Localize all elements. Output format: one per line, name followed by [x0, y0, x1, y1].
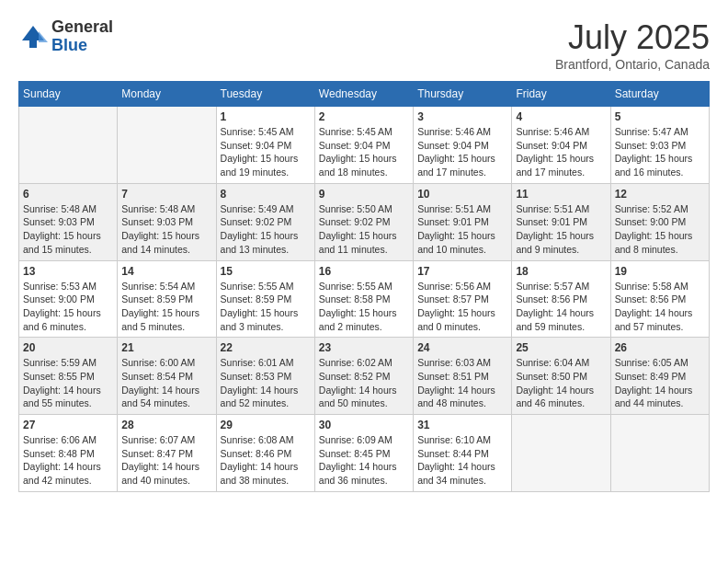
day-number: 3	[417, 110, 507, 123]
calendar-week-row: 20Sunrise: 5:59 AMSunset: 8:55 PMDayligh…	[19, 338, 710, 415]
day-info: Sunrise: 6:08 AMSunset: 8:46 PMDaylight:…	[221, 433, 311, 488]
calendar-table: SundayMondayTuesdayWednesdayThursdayFrid…	[18, 81, 710, 492]
calendar-cell: 16Sunrise: 5:55 AMSunset: 8:58 PMDayligh…	[314, 260, 413, 338]
day-number: 27	[23, 419, 113, 431]
day-info: Sunrise: 6:01 AMSunset: 8:53 PMDaylight:…	[221, 356, 311, 410]
day-number: 2	[319, 110, 409, 123]
column-header-thursday: Thursday	[414, 82, 512, 107]
column-header-saturday: Saturday	[610, 82, 709, 107]
calendar-cell: 3Sunrise: 5:46 AMSunset: 9:04 PMDaylight…	[414, 107, 512, 184]
day-info: Sunrise: 6:03 AMSunset: 8:51 PMDaylight:…	[417, 356, 507, 410]
calendar-cell: 1Sunrise: 5:45 AMSunset: 9:04 PMDaylight…	[216, 107, 314, 184]
calendar-cell: 21Sunrise: 6:00 AMSunset: 8:54 PMDayligh…	[118, 338, 216, 415]
calendar-cell: 17Sunrise: 5:56 AMSunset: 8:57 PMDayligh…	[414, 260, 512, 338]
calendar-cell: 30Sunrise: 6:09 AMSunset: 8:45 PMDayligh…	[314, 415, 413, 492]
column-header-sunday: Sunday	[19, 82, 118, 107]
calendar-cell: 9Sunrise: 5:50 AMSunset: 9:02 PMDaylight…	[314, 183, 413, 260]
column-header-wednesday: Wednesday	[314, 82, 413, 107]
calendar-cell: 27Sunrise: 6:06 AMSunset: 8:48 PMDayligh…	[19, 415, 118, 492]
day-number: 25	[516, 341, 606, 354]
calendar-week-row: 27Sunrise: 6:06 AMSunset: 8:48 PMDayligh…	[19, 415, 710, 492]
day-info: Sunrise: 6:02 AMSunset: 8:52 PMDaylight:…	[319, 356, 409, 410]
logo: General Blue	[18, 18, 113, 55]
day-info: Sunrise: 5:57 AMSunset: 8:56 PMDaylight:…	[516, 280, 606, 334]
logo-text: General Blue	[51, 18, 113, 55]
day-info: Sunrise: 5:54 AMSunset: 8:59 PMDaylight:…	[121, 280, 211, 334]
calendar-cell: 13Sunrise: 5:53 AMSunset: 9:00 PMDayligh…	[19, 260, 118, 338]
calendar-cell: 19Sunrise: 5:58 AMSunset: 8:56 PMDayligh…	[610, 260, 709, 338]
day-number: 30	[319, 419, 409, 431]
day-info: Sunrise: 5:55 AMSunset: 8:58 PMDaylight:…	[319, 280, 409, 334]
day-number: 11	[516, 188, 606, 201]
day-info: Sunrise: 6:05 AMSunset: 8:49 PMDaylight:…	[615, 356, 705, 410]
day-number: 1	[221, 110, 311, 123]
day-info: Sunrise: 6:07 AMSunset: 8:47 PMDaylight:…	[121, 433, 211, 488]
calendar-cell	[19, 107, 118, 184]
day-number: 7	[121, 188, 211, 201]
calendar-week-row: 6Sunrise: 5:48 AMSunset: 9:03 PMDaylight…	[19, 183, 710, 260]
calendar-cell: 22Sunrise: 6:01 AMSunset: 8:53 PMDayligh…	[216, 338, 314, 415]
day-number: 8	[221, 188, 311, 201]
calendar-cell	[512, 415, 610, 492]
day-info: Sunrise: 5:56 AMSunset: 8:57 PMDaylight:…	[417, 280, 507, 334]
calendar-cell: 18Sunrise: 5:57 AMSunset: 8:56 PMDayligh…	[512, 260, 610, 338]
day-info: Sunrise: 5:48 AMSunset: 9:03 PMDaylight:…	[121, 202, 211, 257]
calendar-cell: 15Sunrise: 5:55 AMSunset: 8:59 PMDayligh…	[216, 260, 314, 338]
day-info: Sunrise: 5:47 AMSunset: 9:03 PMDaylight:…	[615, 125, 705, 179]
calendar-cell: 12Sunrise: 5:52 AMSunset: 9:00 PMDayligh…	[610, 183, 709, 260]
calendar-cell: 23Sunrise: 6:02 AMSunset: 8:52 PMDayligh…	[314, 338, 413, 415]
calendar-cell: 25Sunrise: 6:04 AMSunset: 8:50 PMDayligh…	[512, 338, 610, 415]
calendar-cell: 10Sunrise: 5:51 AMSunset: 9:01 PMDayligh…	[414, 183, 512, 260]
day-number: 22	[221, 341, 311, 354]
day-number: 6	[23, 188, 113, 201]
day-number: 19	[615, 265, 705, 278]
title-section: July 2025 Brantford, Ontario, Canada	[555, 18, 710, 72]
day-number: 28	[121, 419, 211, 431]
calendar-header-row: SundayMondayTuesdayWednesdayThursdayFrid…	[19, 82, 710, 107]
day-info: Sunrise: 5:45 AMSunset: 9:04 PMDaylight:…	[319, 125, 409, 179]
calendar-cell: 4Sunrise: 5:46 AMSunset: 9:04 PMDaylight…	[512, 107, 610, 184]
day-number: 15	[221, 265, 311, 278]
day-info: Sunrise: 6:09 AMSunset: 8:45 PMDaylight:…	[319, 433, 409, 488]
day-info: Sunrise: 5:45 AMSunset: 9:04 PMDaylight:…	[221, 125, 311, 179]
column-header-friday: Friday	[512, 82, 610, 107]
svg-marker-1	[39, 31, 48, 42]
calendar-week-row: 1Sunrise: 5:45 AMSunset: 9:04 PMDaylight…	[19, 107, 710, 184]
day-number: 16	[319, 265, 409, 278]
day-info: Sunrise: 5:52 AMSunset: 9:00 PMDaylight:…	[615, 202, 705, 257]
day-number: 9	[319, 188, 409, 201]
day-number: 4	[516, 110, 606, 123]
calendar-cell: 2Sunrise: 5:45 AMSunset: 9:04 PMDaylight…	[314, 107, 413, 184]
day-number: 29	[221, 419, 311, 431]
calendar-cell	[610, 415, 709, 492]
day-info: Sunrise: 6:00 AMSunset: 8:54 PMDaylight:…	[121, 356, 211, 410]
day-number: 14	[121, 265, 211, 278]
day-info: Sunrise: 5:55 AMSunset: 8:59 PMDaylight:…	[221, 280, 311, 334]
calendar-cell: 29Sunrise: 6:08 AMSunset: 8:46 PMDayligh…	[216, 415, 314, 492]
calendar-cell: 5Sunrise: 5:47 AMSunset: 9:03 PMDaylight…	[610, 107, 709, 184]
day-number: 18	[516, 265, 606, 278]
day-info: Sunrise: 5:51 AMSunset: 9:01 PMDaylight:…	[516, 202, 606, 257]
day-number: 10	[417, 188, 507, 201]
day-number: 26	[615, 341, 705, 354]
logo-general: General	[51, 18, 113, 37]
calendar-cell: 20Sunrise: 5:59 AMSunset: 8:55 PMDayligh…	[19, 338, 118, 415]
calendar-cell: 8Sunrise: 5:49 AMSunset: 9:02 PMDaylight…	[216, 183, 314, 260]
day-number: 20	[23, 341, 113, 354]
calendar-cell: 31Sunrise: 6:10 AMSunset: 8:44 PMDayligh…	[414, 415, 512, 492]
calendar-cell: 28Sunrise: 6:07 AMSunset: 8:47 PMDayligh…	[118, 415, 216, 492]
day-info: Sunrise: 5:46 AMSunset: 9:04 PMDaylight:…	[417, 125, 507, 179]
day-number: 12	[615, 188, 705, 201]
day-info: Sunrise: 5:51 AMSunset: 9:01 PMDaylight:…	[417, 202, 507, 257]
calendar-week-row: 13Sunrise: 5:53 AMSunset: 9:00 PMDayligh…	[19, 260, 710, 338]
calendar-cell	[118, 107, 216, 184]
day-info: Sunrise: 5:59 AMSunset: 8:55 PMDaylight:…	[23, 356, 113, 410]
calendar-cell: 14Sunrise: 5:54 AMSunset: 8:59 PMDayligh…	[118, 260, 216, 338]
day-number: 21	[121, 341, 211, 354]
day-info: Sunrise: 5:46 AMSunset: 9:04 PMDaylight:…	[516, 125, 606, 179]
day-info: Sunrise: 5:53 AMSunset: 9:00 PMDaylight:…	[23, 280, 113, 334]
day-info: Sunrise: 5:48 AMSunset: 9:03 PMDaylight:…	[23, 202, 113, 257]
calendar-cell: 11Sunrise: 5:51 AMSunset: 9:01 PMDayligh…	[512, 183, 610, 260]
page-header: General Blue July 2025 Brantford, Ontari…	[18, 18, 710, 72]
day-info: Sunrise: 5:58 AMSunset: 8:56 PMDaylight:…	[615, 280, 705, 334]
